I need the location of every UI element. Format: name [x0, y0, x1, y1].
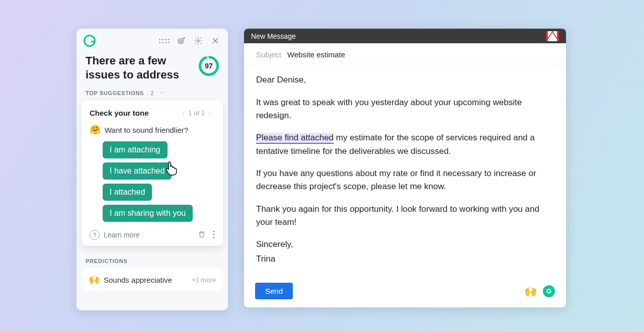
top-suggestions-label: TOP SUGGESTIONS	[86, 90, 144, 96]
compose-title: New Message	[251, 32, 296, 40]
svg-point-0	[178, 39, 184, 44]
email-paragraph: If you have any questions about my rate …	[256, 167, 554, 194]
prediction-text: Sounds appreciative	[104, 276, 172, 284]
pager-count: 1 of 1	[188, 109, 205, 117]
sidebar-toolbar	[76, 29, 228, 50]
goals-icon[interactable]	[176, 35, 187, 46]
learn-more-link[interactable]: Learn more	[104, 231, 140, 239]
more-icon[interactable]	[213, 230, 215, 240]
email-signoff: Sincerely,	[256, 238, 554, 251]
compose-header: New Message	[244, 29, 566, 43]
email-paragraph: Please find attached my estimate for the…	[256, 131, 554, 158]
raised-hands-emoji-icon: 🙌	[89, 274, 100, 285]
svg-point-1	[180, 40, 182, 43]
score-ring[interactable]: 97	[199, 56, 219, 76]
email-body[interactable]: Dear Denise, It was great to speak with …	[244, 64, 566, 278]
subject-value: Website estimate	[287, 50, 345, 59]
compose-window: New Message Subject Website estimate Dea…	[244, 29, 566, 307]
suggestion-chip-list: I am attaching I have attached I attache…	[90, 141, 215, 222]
top-suggestions-toggle[interactable]: TOP SUGGESTIONS · 2	[76, 84, 228, 101]
grammarly-logo-icon	[84, 35, 96, 47]
suggestion-chip[interactable]: I have attached	[103, 162, 172, 180]
grammarly-bubble-icon[interactable]: G	[543, 285, 555, 297]
prediction-card[interactable]: 🙌 Sounds appreciative +1 more	[82, 268, 223, 291]
tone-prompt: 🤗 Want to sound friendlier?	[90, 124, 215, 135]
sidebar-heading: There are a few issues to address 97	[76, 50, 228, 84]
tone-card: Check your tone ‹ 1 of 1 › 🤗 Want to sou…	[82, 101, 223, 246]
trash-icon[interactable]	[198, 230, 206, 240]
grammarly-sidebar: There are a few issues to address 97 TOP…	[76, 29, 228, 310]
pager-next[interactable]: ›	[205, 109, 215, 117]
tone-card-footer: ? Learn more	[90, 230, 215, 240]
tone-card-header: Check your tone ‹ 1 of 1 ›	[90, 109, 215, 117]
prediction-more: +1 more	[192, 276, 216, 284]
svg-point-5	[213, 236, 214, 238]
gear-icon[interactable]	[193, 35, 204, 46]
tone-prompt-text: Want to sound friendlier?	[105, 126, 188, 134]
subject-row[interactable]: Subject Website estimate	[244, 43, 566, 64]
sidebar-title: There are a few issues to address	[86, 54, 199, 81]
svg-point-4	[213, 233, 214, 235]
suggestion-chip[interactable]: I attached	[103, 184, 152, 201]
top-suggestions-count: · 2	[147, 90, 154, 96]
predictions-label: PREDICTIONS	[86, 258, 219, 264]
svg-point-2	[197, 40, 200, 42]
gmail-logo-icon	[546, 31, 559, 41]
pager-prev[interactable]: ‹	[178, 109, 188, 117]
subject-label: Subject	[256, 50, 281, 59]
chevron-down-icon	[159, 90, 165, 97]
email-signature: Trina	[256, 253, 554, 266]
suggestion-chip[interactable]: I am attaching	[103, 141, 168, 158]
email-paragraph: Thank you again for this opportunity. I …	[256, 203, 554, 229]
highlighted-phrase[interactable]: Please find attached	[256, 133, 334, 144]
suggestion-chip[interactable]: I am sharing with you	[103, 205, 193, 222]
svg-point-3	[213, 230, 214, 232]
send-button[interactable]: Send	[255, 283, 293, 299]
compose-footer: Send 🙌 G	[244, 278, 566, 307]
score-value: 97	[201, 58, 216, 73]
close-icon[interactable]	[210, 35, 221, 46]
email-paragraph: It was great to speak with you yesterday…	[256, 96, 554, 123]
tone-emoji-icon[interactable]: 🙌	[524, 285, 537, 297]
drag-handle-icon[interactable]	[158, 35, 170, 46]
tone-card-title: Check your tone	[90, 109, 149, 117]
email-greeting: Dear Denise,	[256, 73, 554, 87]
hug-emoji-icon: 🤗	[90, 124, 101, 135]
help-icon[interactable]: ?	[90, 230, 100, 240]
